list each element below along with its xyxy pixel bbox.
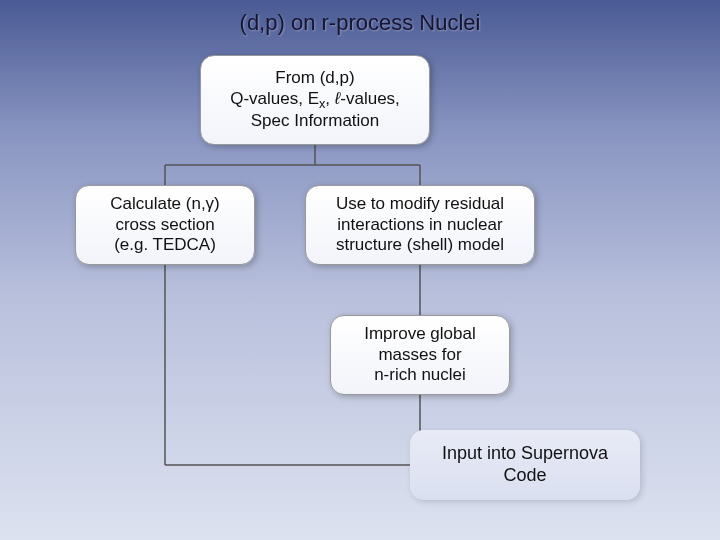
box-from-line1: From (d,p) [230,68,400,88]
box-right-line3: structure (shell) model [336,235,504,255]
box-left-line3: (e.g. TEDCA) [110,235,220,255]
box-left-line2: cross section [110,215,220,235]
box-from-dp: From (d,p) Q-values, Ex, ℓ-values, Spec … [200,55,430,145]
box-calculate-ngamma: Calculate (n,γ) cross section (e.g. TEDC… [75,185,255,265]
box-left-line1: Calculate (n,γ) [110,194,220,214]
box-from-line3: Spec Information [230,111,400,131]
box-right-line1: Use to modify residual [336,194,504,214]
box-mid-line3: n-rich nuclei [364,365,476,385]
box-supernova-code: Input into Supernova Code [410,430,640,500]
box-out-line1: Input into Supernova [442,443,608,465]
box-from-line2: Q-values, Ex, ℓ-values, [230,89,400,112]
box-mid-line2: masses for [364,345,476,365]
box-out-line2: Code [442,465,608,487]
box-mid-line1: Improve global [364,324,476,344]
box-modify-residual: Use to modify residual interactions in n… [305,185,535,265]
box-right-line2: interactions in nuclear [336,215,504,235]
slide-title: (d,p) on r-process Nuclei [0,0,720,36]
box-improve-masses: Improve global masses for n-rich nuclei [330,315,510,395]
